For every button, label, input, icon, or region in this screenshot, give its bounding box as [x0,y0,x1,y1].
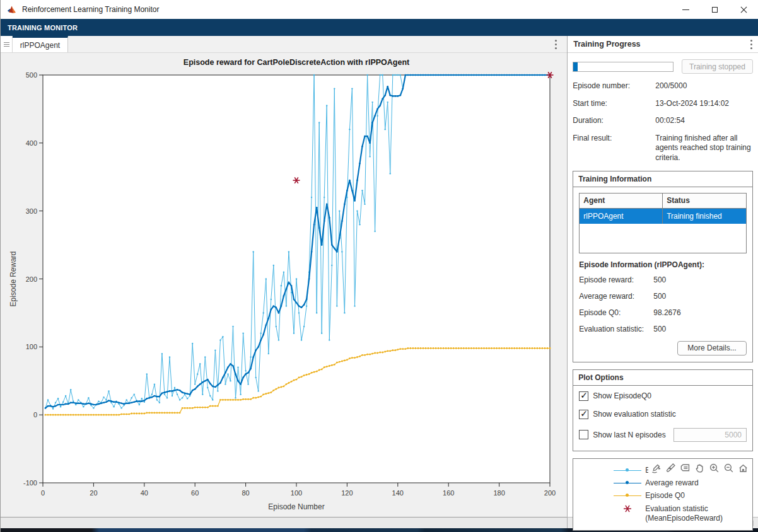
close-button[interactable] [729,0,758,19]
episode-q0-value: 98.2676 [653,308,680,317]
svg-text:120: 120 [341,489,353,497]
table-header-row: Agent Status [580,194,746,209]
status-column-header: Status [663,194,746,208]
episode-number-row: Episode number: 200/5000 [573,81,753,91]
svg-text:0: 0 [33,411,37,419]
status-cell: Training finished [663,209,746,224]
svg-text:500: 500 [26,71,37,79]
start-time-value: 13-Oct-2024 19:14:02 [655,99,753,109]
legend-label: Evaluation statistic(MeanEpisodeReward) [645,504,723,523]
minimize-button[interactable] [671,0,700,19]
horizontal-scroll-strip [1,517,567,528]
show-last-n-episodes-label: Show last N episodes [593,431,665,439]
svg-text:20: 20 [90,489,97,497]
datatips-icon[interactable] [679,462,691,475]
average-reward-value: 500 [653,292,666,301]
training-stopped-button[interactable]: Training stopped [682,59,753,74]
svg-text:200: 200 [544,489,556,497]
last-n-episodes-input[interactable] [673,428,747,442]
svg-text:100: 100 [291,489,302,497]
svg-text:100: 100 [26,343,37,350]
show-episodeq0-checkbox[interactable] [579,391,588,401]
episode-reward-row: Episode reward: 500 [579,275,747,284]
svg-text:180: 180 [493,489,504,497]
final-result-row: Final result: Training finished after al… [573,134,753,163]
axes-toolbar [648,461,750,475]
average-reward-swatch [614,480,641,486]
training-progress-panel: Training Progress Training stopped Episo… [567,36,758,528]
episode-number-value: 200/5000 [655,81,753,91]
document-tab-strip: rlPPOAgent [1,36,567,53]
restore-view-icon[interactable] [737,462,749,475]
zoom-out-icon[interactable] [722,462,735,475]
agent-status-table: Agent Status rlPPOAgent Training finishe… [579,193,747,253]
legend-item-average-reward: Average reward [573,477,752,489]
evaluation-statistic-marker-icon [614,504,641,513]
overflow-menu-icon [555,43,557,45]
tab-rlppoagent[interactable]: rlPPOAgent [13,36,68,52]
tab-overflow-menu-button[interactable] [555,36,557,52]
svg-text:Episode Reward: Episode Reward [9,251,18,306]
episode-reward-chart[interactable]: 020406080100120140160180200-100010020030… [1,53,567,517]
episode-number-label: Episode number: [573,81,655,91]
export-icon[interactable] [650,462,662,475]
title-bar: Reinforcement Learning Training Monitor [1,0,758,19]
progress-bar-fill [573,62,577,71]
start-time-label: Start time: [573,99,655,109]
duration-value: 00:02:54 [655,116,753,126]
zoom-in-icon[interactable] [708,462,720,475]
brush-icon[interactable] [664,462,677,475]
agent-column-header: Agent [580,194,663,208]
plot-options-title: Plot Options [573,370,752,386]
show-evaluation-statistic-label: Show evaluation statistic [593,410,675,419]
svg-text:Episode reward for CartPoleDis: Episode reward for CartPoleDiscreteActio… [184,58,410,67]
maximize-button[interactable] [700,0,729,19]
svg-text:300: 300 [26,207,37,215]
svg-text:80: 80 [242,489,249,497]
episode-reward-value: 500 [653,275,666,284]
svg-text:200: 200 [26,275,37,283]
svg-text:160: 160 [443,489,454,497]
svg-text:40: 40 [141,489,148,497]
tab-label: rlPPOAgent [20,41,60,50]
pan-icon[interactable] [693,462,706,475]
episode-q0-label: Episode Q0: [579,308,653,317]
table-empty-area [580,224,746,253]
final-result-value: Training finished after all agents reach… [655,134,753,163]
show-last-n-episodes-checkbox[interactable] [579,430,588,439]
tab-list-button[interactable] [1,36,13,52]
svg-text:0: 0 [41,489,45,497]
evaluation-statistic-row: Evaluation statistic: 500 [579,325,747,333]
ribbon-tab-training-monitor[interactable]: TRAINING MONITOR [1,24,85,32]
ribbon: TRAINING MONITOR [1,19,758,36]
window-title: Reinforcement Learning Training Monitor [22,5,159,14]
episode-reward-swatch [614,467,641,473]
show-evaluation-statistic-checkbox[interactable] [579,410,588,419]
legend-label: Episode Q0 [645,491,685,500]
document-area: rlPPOAgent 020406080100120140160180200-1… [1,36,567,528]
legend-item-episode-q0: Episode Q0 [573,490,752,502]
show-last-n-episodes-option: Show last N episodes [579,428,747,442]
legend-item-evaluation-statistic: Evaluation statistic(MeanEpisodeReward) [573,504,752,523]
window-controls [671,0,758,19]
evaluation-statistic-value: 500 [653,325,666,333]
figure-area[interactable]: 020406080100120140160180200-100010020030… [1,53,567,517]
close-icon [740,6,747,13]
evaluation-statistic-label: Evaluation statistic: [579,325,653,333]
average-reward-row: Average reward: 500 [579,292,747,301]
training-information-title: Training Information [573,171,752,187]
more-details-button[interactable]: More Details... [677,341,747,356]
panel-body: Training stopped Episode number: 200/500… [568,53,758,517]
episode-q0-swatch [614,492,641,499]
panel-header: Training Progress [568,36,758,53]
episode-reward-label: Episode reward: [579,275,653,284]
tab-list-icon [4,42,9,47]
svg-text:Episode Number: Episode Number [268,502,324,511]
episode-q0-row: Episode Q0: 98.2676 [579,308,747,317]
panel-menu-icon[interactable] [750,43,752,45]
minimize-icon [682,9,689,10]
average-reward-label: Average reward: [579,292,653,301]
duration-label: Duration: [573,116,655,126]
app-window: Reinforcement Learning Training Monitor … [0,0,758,532]
table-row[interactable]: rlPPOAgent Training finished [580,209,746,224]
